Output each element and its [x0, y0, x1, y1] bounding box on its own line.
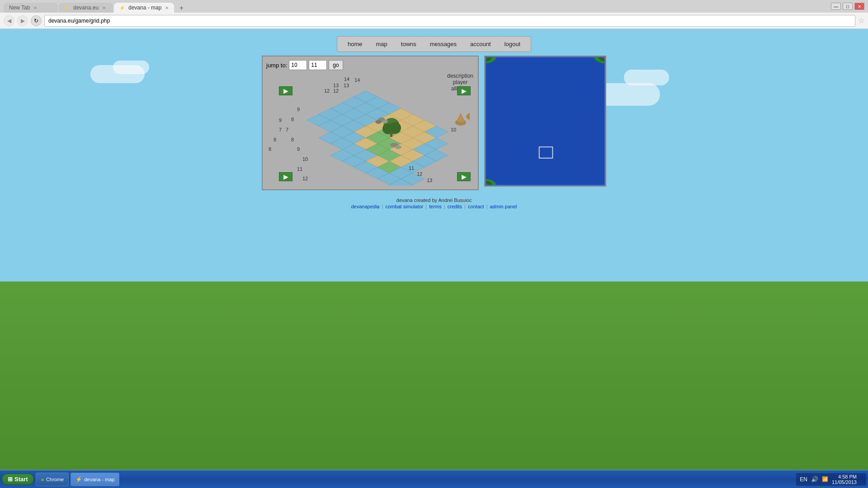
minimap-panel[interactable] — [484, 56, 606, 187]
svg-text:7: 7 — [279, 127, 282, 132]
start-label: Start — [14, 476, 28, 483]
svg-point-81 — [375, 120, 382, 124]
footer-link-credits[interactable]: credits — [448, 204, 462, 209]
minimap-canvas — [485, 56, 605, 186]
svg-text:14: 14 — [354, 77, 360, 83]
tabs-container: New Tab ✕ ⚡ devana.eu ✕ ⚡ devana - map ✕… — [4, 0, 188, 13]
svg-point-83 — [395, 145, 401, 149]
svg-text:10: 10 — [451, 127, 456, 132]
svg-text:11: 11 — [409, 165, 414, 171]
separator-3: | — [444, 204, 447, 209]
jump-x-input[interactable] — [289, 60, 307, 70]
svg-text:9: 9 — [297, 146, 300, 152]
nav-map[interactable]: map — [369, 38, 394, 50]
svg-point-80 — [382, 120, 388, 123]
tab-close-2[interactable]: ✕ — [102, 5, 106, 10]
tab-devana-map[interactable]: ⚡ devana - map ✕ — [114, 3, 174, 13]
tray-network-icon: 📶 — [822, 476, 828, 482]
svg-text:12: 12 — [417, 171, 422, 177]
svg-text:13: 13 — [427, 178, 432, 183]
new-tab-button[interactable]: + — [175, 4, 188, 13]
taskbar-devana-map[interactable]: ⚡ devana - map — [71, 473, 119, 486]
svg-text:8: 8 — [291, 117, 294, 122]
tray-speaker-icon: 🔊 — [811, 476, 818, 483]
page-icon: ⚡ — [75, 476, 82, 483]
taskbar: ⊞ Start ● Chrome ⚡ devana - map EN 🔊 📶 4… — [0, 470, 868, 488]
svg-text:13: 13 — [344, 83, 349, 88]
footer-links: devanapedia | combat simulator | terms |… — [351, 204, 517, 209]
reload-button[interactable]: ↻ — [31, 15, 42, 26]
nav-messages[interactable]: messages — [423, 38, 463, 50]
svg-rect-78 — [390, 131, 392, 137]
svg-text:9: 9 — [297, 107, 300, 112]
go-button[interactable]: go — [329, 60, 343, 70]
tab-label: devana - map — [128, 5, 161, 11]
svg-text:9: 9 — [279, 117, 282, 123]
panels-row: jump to: go description player alliance — [262, 56, 606, 190]
svg-text:12: 12 — [333, 88, 339, 94]
tray-datetime: 4:58 PM 11/05/2013 — [832, 474, 857, 485]
system-tray: EN 🔊 📶 4:58 PM 11/05/2013 — [796, 473, 866, 486]
map-panel: jump to: go description player alliance — [262, 56, 479, 190]
back-button[interactable]: ◀ — [4, 15, 14, 26]
footer-link-admin[interactable]: admin panel — [490, 204, 517, 209]
jump-bar: jump to: go — [266, 60, 474, 70]
address-input[interactable] — [44, 15, 855, 27]
svg-text:7: 7 — [286, 127, 288, 132]
close-button[interactable]: ✕ — [854, 3, 864, 10]
svg-text:8: 8 — [291, 137, 294, 142]
separator-4: | — [464, 204, 467, 209]
taskbar-devana-label: devana - map — [84, 477, 114, 482]
tab-new-tab[interactable]: New Tab ✕ — [4, 3, 58, 13]
svg-text:10: 10 — [302, 156, 308, 162]
forward-button[interactable]: ▶ — [17, 15, 28, 26]
tab-label: devana.eu — [73, 5, 99, 11]
footer: devana created by Andrei Busuioc devanap… — [351, 197, 517, 209]
svg-text:8: 8 — [269, 146, 271, 152]
game-wrapper: home map towns messages account logout j… — [0, 29, 868, 488]
footer-link-contact[interactable]: contact — [468, 204, 484, 209]
tray-date: 11/05/2013 — [832, 479, 857, 485]
nav-towns[interactable]: towns — [394, 38, 423, 50]
iso-map[interactable]: ▶ ▶ ▶ — [266, 73, 474, 186]
maximize-button[interactable]: □ — [843, 3, 853, 10]
windows-logo: ⊞ — [8, 476, 13, 483]
svg-text:8: 8 — [274, 137, 276, 142]
separator-1: | — [382, 204, 385, 209]
nav-menu: home map towns messages account logout — [337, 36, 531, 52]
nav-account[interactable]: account — [463, 38, 498, 50]
minimize-button[interactable]: — — [831, 3, 841, 10]
footer-link-devanapedia[interactable]: devanapedia — [351, 204, 379, 209]
bookmark-icon[interactable]: ☆ — [858, 16, 864, 25]
footer-link-combat[interactable]: combat simulator — [385, 204, 423, 209]
tab-devana-eu[interactable]: ⚡ devana.eu ✕ — [59, 3, 113, 13]
address-bar: ◀ ▶ ↻ ☆ — [0, 13, 868, 29]
svg-text:12: 12 — [324, 88, 330, 94]
browser-frame: New Tab ✕ ⚡ devana.eu ✕ ⚡ devana - map ✕… — [0, 0, 868, 488]
svg-marker-74 — [456, 113, 465, 122]
credit-text: devana created by Andrei Busuioc — [351, 197, 517, 203]
nav-logout[interactable]: logout — [498, 38, 527, 50]
svg-text:12: 12 — [302, 176, 308, 181]
tab-close-1[interactable]: ✕ — [33, 5, 37, 10]
tab-label: New Tab — [9, 5, 30, 11]
separator-2: | — [425, 204, 428, 209]
content-area: home map towns messages account logout j… — [0, 29, 868, 488]
svg-text:13: 13 — [333, 83, 339, 88]
tray-time: 4:58 PM — [832, 474, 857, 479]
start-button[interactable]: ⊞ Start — [2, 474, 34, 485]
title-bar: New Tab ✕ ⚡ devana.eu ✕ ⚡ devana - map ✕… — [0, 0, 868, 13]
jump-y-input[interactable] — [309, 60, 327, 70]
taskbar-chrome-label: Chrome — [46, 477, 64, 482]
iso-grid-svg: 7 8 8 9 14 13 12 — [266, 73, 470, 186]
footer-link-terms[interactable]: terms — [429, 204, 442, 209]
nav-home[interactable]: home — [341, 38, 369, 50]
svg-text:11: 11 — [297, 166, 302, 172]
window-controls: — □ ✕ — [831, 3, 864, 10]
tray-language: EN — [800, 476, 807, 483]
taskbar-chrome[interactable]: ● Chrome — [36, 473, 69, 486]
svg-text:14: 14 — [344, 76, 349, 82]
chrome-icon: ● — [41, 476, 44, 483]
jump-label: jump to: — [266, 62, 287, 69]
tab-close-3[interactable]: ✕ — [165, 5, 169, 10]
